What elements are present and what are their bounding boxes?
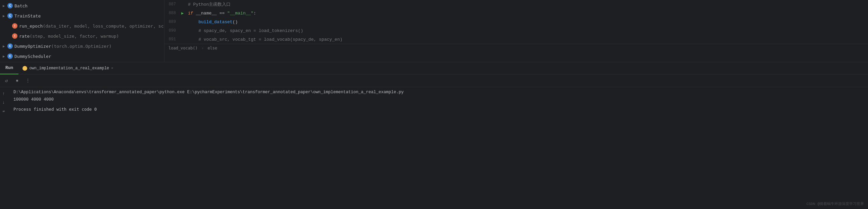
dummyscheduler-label: DummyScheduler — [14, 54, 51, 59]
tree-item-run-epoch[interactable]: ! run_epoch(data_iter, model, loss_compu… — [0, 21, 164, 31]
line-num-891: 891 — [164, 37, 181, 42]
tree-item-rate[interactable]: ! rate(step, model_size, factor, warmup) — [0, 31, 164, 41]
console-text: D:\Applications\Anaconda\envs\transforme… — [13, 90, 864, 206]
stop-icon: ■ — [16, 79, 19, 83]
dummyoptimizer-icon: C — [7, 44, 13, 49]
watermark: CSDN @骑着蜗牛环游深度学习世界 — [806, 201, 864, 206]
line-num-889: 889 — [164, 20, 181, 24]
main-container: ▶ C Batch ▶ C TrainState ! run_epoch(dat… — [0, 0, 868, 209]
code-line-890: 890 # spacy_de, spacy_en = load_tokenize… — [164, 26, 868, 35]
code-content-888: if __name__ == "__main__": — [187, 11, 868, 16]
tree-item-trainstate[interactable]: ▶ C TrainState — [0, 11, 164, 21]
more-button[interactable]: ⋮ — [24, 77, 32, 84]
line-num-887: 887 — [164, 2, 181, 7]
code-line-888: 888 ▶ if __name__ == "__main__": — [164, 9, 868, 18]
tree-item-batch[interactable]: ▶ C Batch — [0, 1, 164, 11]
code-content-890: # spacy_de, spacy_en = load_tokenizers() — [187, 28, 868, 33]
tab-label: own_implementation_a_real_example — [29, 66, 109, 71]
exit-text: Process finished with exit code 0 — [13, 107, 97, 112]
output-text: 100000 4000 4000 — [13, 97, 54, 102]
line-num-890: 890 — [164, 28, 181, 33]
scroll-down-btn[interactable]: ↓ — [0, 99, 7, 106]
scroll-wrap-btn[interactable]: ⇌ — [0, 107, 7, 115]
run-epoch-arrow — [7, 24, 12, 28]
run-tab-bar: Run own_implementation_a_real_example × — [0, 62, 868, 74]
code-line-891: 891 # vocab_src, vocab_tgt = load_vocab(… — [164, 35, 868, 44]
line-num-888: 888 — [164, 11, 181, 16]
breadcrumb-sep: › — [199, 46, 207, 51]
run-arrow-889 — [181, 20, 187, 24]
run-arrow-891 — [181, 37, 187, 42]
rerun-icon: ↺ — [5, 78, 8, 83]
trainstate-arrow: ▶ — [3, 14, 7, 18]
rate-icon: ! — [12, 33, 18, 39]
dummyoptimizer-label: DummyOptimizer(torch.optim.Optimizer) — [14, 44, 112, 49]
code-content-891: # vocab_src, vocab_tgt = load_vocab(spac… — [187, 37, 868, 42]
code-content-887: # Python主函数入口 — [187, 1, 868, 7]
batch-arrow: ▶ — [3, 4, 7, 8]
code-content-889: build_dataset() — [187, 20, 868, 25]
code-lines: 887 # Python主函数入口 888 ▶ if __name__ == "… — [164, 0, 868, 44]
command-text: D:\Applications\Anaconda\envs\transforme… — [13, 90, 404, 95]
dummyoptimizer-arrow: ▶ — [3, 44, 7, 49]
run-arrow-890 — [181, 28, 187, 33]
batch-icon: C — [7, 3, 13, 8]
bottom-panel: Run own_implementation_a_real_example × … — [0, 62, 868, 209]
tree-item-dummyoptimizer[interactable]: ▶ C DummyOptimizer(torch.optim.Optimizer… — [0, 41, 164, 51]
batch-label: Batch — [14, 3, 28, 8]
breadcrumb-func: load_vocab() — [168, 46, 198, 51]
console-toolbar: ↺ ■ ⋮ — [0, 74, 868, 87]
rerun-button[interactable]: ↺ — [3, 77, 10, 84]
console-exit-line: Process finished with exit code 0 — [13, 107, 864, 114]
tab-icon — [23, 66, 27, 71]
console-scroll-controls: ↑ ↓ ⇌ — [0, 90, 7, 115]
code-line-889: 889 build_dataset() — [164, 18, 868, 26]
dummyscheduler-arrow: ▶ — [3, 54, 7, 58]
rate-label: rate(step, model_size, factor, warmup) — [19, 34, 119, 39]
run-epoch-icon: ! — [12, 23, 18, 29]
console-output-line: 100000 4000 4000 — [13, 97, 864, 105]
trainstate-label: TrainState — [14, 14, 41, 19]
console-output: ↑ ↓ ⇌ D:\Applications\Anaconda\envs\tran… — [0, 87, 868, 209]
code-panel: 887 # Python主函数入口 888 ▶ if __name__ == "… — [164, 0, 868, 62]
breadcrumb-bar: load_vocab() › else — [164, 44, 868, 52]
run-arrow-887 — [181, 2, 187, 7]
top-panel: ▶ C Batch ▶ C TrainState ! run_epoch(dat… — [0, 0, 868, 62]
breadcrumb-location: else — [208, 46, 217, 51]
run-epoch-label: run_epoch(data_iter, model, loss_compute… — [19, 24, 163, 29]
dummyscheduler-icon: C — [7, 53, 13, 59]
console-command-line: D:\Applications\Anaconda\envs\transforme… — [13, 90, 864, 97]
run-label[interactable]: Run — [0, 62, 19, 74]
scroll-up-btn[interactable]: ↑ — [0, 90, 7, 97]
run-arrow-888: ▶ — [181, 11, 187, 16]
tree-panel: ▶ C Batch ▶ C TrainState ! run_epoch(dat… — [0, 0, 164, 62]
tree-item-dummyscheduler[interactable]: ▶ C DummyScheduler — [0, 51, 164, 61]
stop-button[interactable]: ■ — [13, 77, 21, 84]
tab-close-btn[interactable]: × — [111, 66, 114, 70]
code-line-887: 887 # Python主函数入口 — [164, 0, 868, 9]
rate-arrow — [7, 34, 12, 38]
trainstate-icon: C — [7, 13, 13, 19]
more-icon: ⋮ — [26, 78, 30, 83]
run-tab[interactable]: own_implementation_a_real_example × — [19, 62, 117, 74]
